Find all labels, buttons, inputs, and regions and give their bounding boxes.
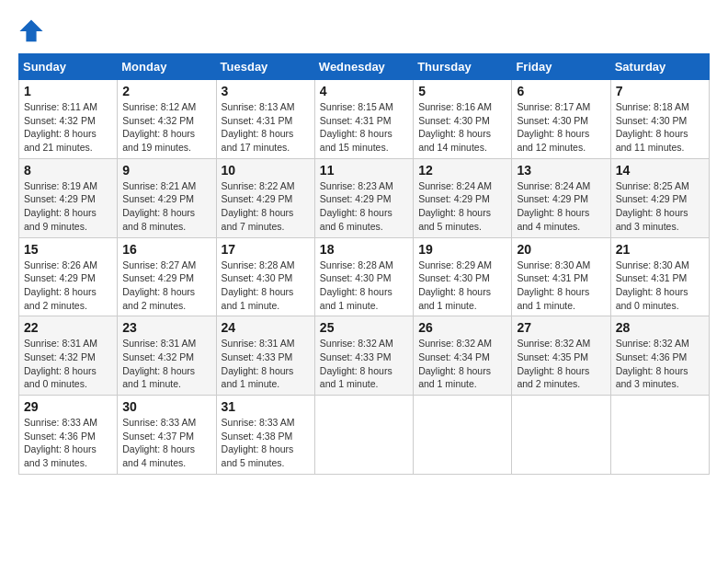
calendar-cell (512, 396, 610, 475)
day-info: Sunrise: 8:32 AMSunset: 4:34 PMDaylight:… (418, 337, 506, 391)
calendar-cell: 20Sunrise: 8:30 AMSunset: 4:31 PMDayligh… (512, 237, 610, 316)
day-number: 18 (320, 242, 408, 257)
day-number: 3 (222, 84, 310, 98)
day-number: 6 (517, 84, 605, 98)
day-info: Sunrise: 8:29 AMSunset: 4:30 PMDaylight:… (418, 259, 506, 313)
calendar-cell: 17Sunrise: 8:28 AMSunset: 4:30 PMDayligh… (216, 237, 314, 316)
day-info: Sunrise: 8:24 AMSunset: 4:29 PMDaylight:… (517, 179, 605, 234)
day-info: Sunrise: 8:11 AMSunset: 4:32 PMDaylight:… (24, 100, 112, 155)
day-info: Sunrise: 8:27 AMSunset: 4:29 PMDaylight:… (122, 259, 210, 313)
calendar-cell: 7Sunrise: 8:18 AMSunset: 4:30 PMDaylight… (610, 80, 709, 159)
day-number: 25 (320, 320, 408, 335)
day-number: 7 (616, 84, 704, 98)
weekday-sunday: Sunday (19, 54, 118, 80)
day-info: Sunrise: 8:33 AMSunset: 4:38 PMDaylight:… (222, 416, 310, 470)
calendar-week-row: 29Sunrise: 8:33 AMSunset: 4:36 PMDayligh… (19, 396, 710, 475)
day-info: Sunrise: 8:24 AMSunset: 4:29 PMDaylight:… (418, 179, 506, 234)
calendar-cell: 10Sunrise: 8:22 AMSunset: 4:29 PMDayligh… (216, 158, 314, 237)
day-info: Sunrise: 8:26 AMSunset: 4:29 PMDaylight:… (24, 259, 112, 313)
day-number: 5 (418, 84, 506, 98)
weekday-monday: Monday (118, 54, 216, 80)
page-header (18, 18, 710, 44)
day-number: 31 (222, 399, 310, 414)
calendar-cell: 27Sunrise: 8:32 AMSunset: 4:35 PMDayligh… (512, 316, 610, 396)
calendar-week-row: 1Sunrise: 8:11 AMSunset: 4:32 PMDaylight… (19, 80, 710, 159)
calendar-cell: 19Sunrise: 8:29 AMSunset: 4:30 PMDayligh… (414, 237, 512, 316)
day-number: 14 (616, 163, 704, 178)
calendar-cell: 31Sunrise: 8:33 AMSunset: 4:38 PMDayligh… (216, 396, 314, 475)
calendar-cell: 30Sunrise: 8:33 AMSunset: 4:37 PMDayligh… (118, 396, 216, 475)
day-number: 13 (517, 163, 605, 178)
day-info: Sunrise: 8:15 AMSunset: 4:31 PMDaylight:… (320, 100, 408, 155)
day-number: 24 (222, 320, 310, 335)
weekday-wednesday: Wednesday (314, 54, 413, 80)
calendar-body: 1Sunrise: 8:11 AMSunset: 4:32 PMDaylight… (19, 80, 710, 475)
day-info: Sunrise: 8:21 AMSunset: 4:29 PMDaylight:… (122, 179, 210, 234)
calendar-cell: 3Sunrise: 8:13 AMSunset: 4:31 PMDaylight… (216, 80, 314, 159)
day-info: Sunrise: 8:32 AMSunset: 4:33 PMDaylight:… (320, 337, 408, 391)
day-info: Sunrise: 8:22 AMSunset: 4:29 PMDaylight:… (222, 179, 310, 234)
calendar-table: SundayMondayTuesdayWednesdayThursdayFrid… (18, 53, 710, 475)
calendar-cell: 1Sunrise: 8:11 AMSunset: 4:32 PMDaylight… (19, 80, 118, 159)
weekday-thursday: Thursday (414, 54, 512, 80)
weekday-friday: Friday (512, 54, 610, 80)
calendar-cell: 13Sunrise: 8:24 AMSunset: 4:29 PMDayligh… (512, 158, 610, 237)
day-info: Sunrise: 8:32 AMSunset: 4:35 PMDaylight:… (517, 337, 605, 391)
day-number: 9 (122, 163, 210, 178)
day-info: Sunrise: 8:17 AMSunset: 4:30 PMDaylight:… (517, 100, 605, 155)
day-info: Sunrise: 8:12 AMSunset: 4:32 PMDaylight:… (122, 100, 210, 155)
day-number: 20 (517, 242, 605, 257)
day-info: Sunrise: 8:33 AMSunset: 4:37 PMDaylight:… (122, 416, 210, 470)
calendar-cell: 6Sunrise: 8:17 AMSunset: 4:30 PMDaylight… (512, 80, 610, 159)
day-info: Sunrise: 8:25 AMSunset: 4:29 PMDaylight:… (616, 179, 704, 234)
day-info: Sunrise: 8:23 AMSunset: 4:29 PMDaylight:… (320, 179, 408, 234)
calendar-cell: 11Sunrise: 8:23 AMSunset: 4:29 PMDayligh… (314, 158, 413, 237)
calendar-cell: 2Sunrise: 8:12 AMSunset: 4:32 PMDaylight… (118, 80, 216, 159)
day-info: Sunrise: 8:28 AMSunset: 4:30 PMDaylight:… (320, 259, 408, 313)
day-number: 1 (24, 84, 112, 98)
weekday-saturday: Saturday (610, 54, 709, 80)
calendar-cell: 21Sunrise: 8:30 AMSunset: 4:31 PMDayligh… (610, 237, 709, 316)
calendar-cell: 5Sunrise: 8:16 AMSunset: 4:30 PMDaylight… (414, 80, 512, 159)
day-number: 12 (418, 163, 506, 178)
day-number: 28 (616, 320, 704, 335)
day-number: 15 (24, 242, 112, 257)
day-number: 29 (24, 399, 112, 414)
calendar-cell: 29Sunrise: 8:33 AMSunset: 4:36 PMDayligh… (19, 396, 118, 475)
day-info: Sunrise: 8:16 AMSunset: 4:30 PMDaylight:… (418, 100, 506, 155)
calendar-cell: 8Sunrise: 8:19 AMSunset: 4:29 PMDaylight… (19, 158, 118, 237)
day-info: Sunrise: 8:31 AMSunset: 4:32 PMDaylight:… (24, 337, 112, 391)
general-blue-icon (18, 18, 44, 44)
day-info: Sunrise: 8:28 AMSunset: 4:30 PMDaylight:… (222, 259, 310, 313)
day-number: 4 (320, 84, 408, 98)
calendar-week-row: 22Sunrise: 8:31 AMSunset: 4:32 PMDayligh… (19, 316, 710, 396)
day-info: Sunrise: 8:33 AMSunset: 4:36 PMDaylight:… (24, 416, 112, 470)
svg-marker-0 (19, 19, 42, 41)
calendar-cell: 16Sunrise: 8:27 AMSunset: 4:29 PMDayligh… (118, 237, 216, 316)
day-number: 19 (418, 242, 506, 257)
day-info: Sunrise: 8:31 AMSunset: 4:32 PMDaylight:… (122, 337, 210, 391)
day-info: Sunrise: 8:32 AMSunset: 4:36 PMDaylight:… (616, 337, 704, 391)
day-info: Sunrise: 8:30 AMSunset: 4:31 PMDaylight:… (517, 259, 605, 313)
day-number: 8 (24, 163, 112, 178)
day-number: 17 (222, 242, 310, 257)
day-number: 11 (320, 163, 408, 178)
calendar-cell: 25Sunrise: 8:32 AMSunset: 4:33 PMDayligh… (314, 316, 413, 396)
day-info: Sunrise: 8:30 AMSunset: 4:31 PMDaylight:… (616, 259, 704, 313)
calendar-cell (414, 396, 512, 475)
day-number: 23 (122, 320, 210, 335)
day-info: Sunrise: 8:18 AMSunset: 4:30 PMDaylight:… (616, 100, 704, 155)
calendar-week-row: 15Sunrise: 8:26 AMSunset: 4:29 PMDayligh… (19, 237, 710, 316)
day-number: 16 (122, 242, 210, 257)
calendar-cell: 4Sunrise: 8:15 AMSunset: 4:31 PMDaylight… (314, 80, 413, 159)
day-number: 26 (418, 320, 506, 335)
day-info: Sunrise: 8:31 AMSunset: 4:33 PMDaylight:… (222, 337, 310, 391)
day-number: 21 (616, 242, 704, 257)
calendar-cell: 12Sunrise: 8:24 AMSunset: 4:29 PMDayligh… (414, 158, 512, 237)
calendar-cell (314, 396, 413, 475)
day-number: 22 (24, 320, 112, 335)
logo (18, 18, 48, 44)
calendar-cell: 24Sunrise: 8:31 AMSunset: 4:33 PMDayligh… (216, 316, 314, 396)
calendar-cell: 26Sunrise: 8:32 AMSunset: 4:34 PMDayligh… (414, 316, 512, 396)
calendar-cell: 14Sunrise: 8:25 AMSunset: 4:29 PMDayligh… (610, 158, 709, 237)
